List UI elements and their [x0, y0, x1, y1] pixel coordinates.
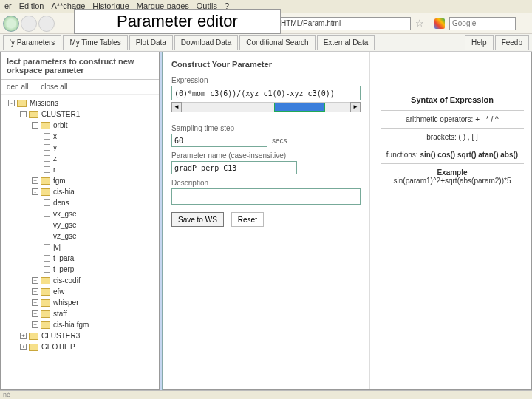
folder-icon	[41, 277, 50, 284]
tree-node-label: |v|	[53, 242, 61, 253]
tree-node[interactable]: t_perp	[5, 264, 154, 275]
menu-item[interactable]: er	[4, 1, 12, 11]
tree-node[interactable]: |v|	[5, 242, 154, 253]
folder-icon	[41, 321, 50, 329]
folder-open-icon	[17, 100, 27, 107]
leaf-icon	[44, 166, 50, 173]
syntax-brackets: brackets: ( ) , [ ]	[381, 128, 524, 146]
search-input[interactable]	[449, 17, 516, 30]
tree-node[interactable]: +cis-hia fgm	[5, 319, 154, 330]
tab-external-data[interactable]: External Data	[317, 35, 375, 50]
tree-node[interactable]: +fgm	[5, 175, 154, 186]
tab-conditional-search[interactable]: Conditional Search	[239, 35, 316, 50]
syntax-heading: Syntax of Expression	[381, 95, 524, 104]
tab-download-data[interactable]: Download Data	[174, 35, 238, 50]
tree-node-label: vy_gse	[53, 219, 77, 231]
reset-button[interactable]: Reset	[231, 212, 264, 227]
tree-node[interactable]: +cis-codif	[5, 275, 154, 286]
app-toolbar: 'y Parameters My Time Tables Plot Data D…	[0, 34, 532, 52]
tree-node[interactable]: z	[5, 153, 154, 164]
tree-node[interactable]: +whisper	[5, 297, 154, 308]
tree-node-label: cis-codif	[53, 275, 81, 286]
tree-node-label: cis-hia fgm	[53, 319, 89, 330]
expand-toggle-icon[interactable]: +	[20, 344, 27, 350]
expand-toggle-icon[interactable]: +	[32, 299, 38, 306]
scroll-track[interactable]	[182, 102, 350, 112]
expression-input[interactable]	[171, 86, 361, 100]
leaf-icon	[44, 222, 50, 228]
tree-node-label: dens	[53, 197, 69, 208]
feedback-button[interactable]: Feedb	[495, 35, 529, 50]
tree-node[interactable]: -CLUSTER1	[5, 109, 154, 120]
forward-button[interactable]	[21, 16, 37, 32]
folder-icon	[41, 299, 50, 307]
save-button[interactable]: Save to WS	[171, 212, 224, 227]
tree-node-label: t_perp	[53, 264, 74, 275]
tree-node[interactable]: -orbit	[5, 120, 154, 131]
tree-node[interactable]: +CLUSTER3	[5, 330, 154, 341]
tree-node[interactable]: vx_gse	[5, 208, 154, 219]
timestep-input[interactable]	[171, 134, 267, 147]
expand-toggle-icon[interactable]: +	[32, 277, 38, 284]
reload-button[interactable]	[38, 16, 55, 32]
tab-my-time-tables[interactable]: My Time Tables	[63, 35, 127, 50]
tree-node-label: whisper	[53, 297, 78, 308]
sidebar-heading: lect parameters to construct new orkspac…	[1, 52, 159, 80]
description-input[interactable]	[171, 188, 361, 205]
tree-node[interactable]: -cis-hia	[5, 186, 154, 197]
expand-toggle-icon[interactable]: +	[32, 321, 38, 328]
expand-toggle-icon[interactable]: -	[32, 188, 38, 195]
leaf-icon	[44, 266, 50, 273]
expand-toggle-icon[interactable]: -	[20, 111, 27, 117]
tree-node-label: fgm	[53, 175, 66, 186]
folder-open-icon	[29, 332, 38, 340]
tree-node[interactable]: +efw	[5, 286, 154, 297]
paramname-label: Parameter name (case-insensitive)	[171, 151, 361, 160]
open-all-link[interactable]: den all	[7, 83, 28, 91]
tree-node[interactable]: vz_gse	[5, 231, 154, 242]
tree-node-label: t_para	[53, 253, 74, 264]
leaf-icon	[44, 233, 50, 239]
expression-scrollbar[interactable]: ◄ ►	[171, 102, 361, 112]
expand-toggle-icon[interactable]: +	[32, 288, 38, 295]
expand-toggle-icon[interactable]: -	[8, 100, 15, 106]
tree-node[interactable]: dens	[5, 197, 154, 208]
scroll-right-icon[interactable]: ►	[350, 102, 361, 112]
syntax-help-panel: Syntax of Expression arithmetic operator…	[369, 52, 531, 389]
expand-toggle-icon[interactable]: +	[20, 332, 27, 339]
scroll-thumb[interactable]	[274, 103, 324, 112]
expand-toggle-icon[interactable]: +	[32, 177, 38, 184]
tree-node[interactable]: +staff	[5, 308, 154, 319]
bookmark-star-icon[interactable]: ☆	[415, 18, 427, 30]
parameter-tree-panel: lect parameters to construct new orkspac…	[0, 52, 160, 390]
form-title: Construct Your Parameter	[171, 60, 361, 69]
parameter-tree[interactable]: -Missions-CLUSTER1-orbitxyzr+fgm-cis-hia…	[1, 95, 159, 389]
expression-label: Expression	[171, 76, 361, 84]
expand-toggle-icon[interactable]: -	[32, 122, 38, 129]
expand-toggle-icon[interactable]: +	[32, 310, 38, 317]
tree-node[interactable]: -Missions	[5, 98, 154, 109]
tree-node-label: staff	[53, 308, 67, 319]
back-button[interactable]	[3, 16, 19, 32]
tree-node-label: vx_gse	[53, 208, 77, 219]
tab-plot-data[interactable]: Plot Data	[129, 35, 173, 50]
folder-icon	[41, 122, 50, 129]
tree-node[interactable]: y	[5, 142, 154, 153]
menu-item[interactable]: Edition	[19, 1, 44, 11]
scroll-left-icon[interactable]: ◄	[171, 102, 182, 112]
timestep-label: Sampling time step	[171, 124, 361, 132]
tree-node[interactable]: vy_gse	[5, 219, 154, 231]
paramname-input[interactable]	[171, 161, 297, 174]
tree-node[interactable]: r	[5, 164, 154, 175]
tree-node[interactable]: t_para	[5, 253, 154, 264]
help-button[interactable]: Help	[465, 35, 494, 50]
tree-node[interactable]: x	[5, 131, 154, 142]
tab-my-parameters[interactable]: 'y Parameters	[3, 35, 61, 50]
tree-node-label: y	[53, 142, 57, 153]
tree-node-label: z	[53, 153, 57, 164]
status-bar: né	[0, 390, 532, 399]
tree-node-label: r	[53, 164, 55, 175]
tree-node[interactable]: +GEOTIL P	[5, 341, 154, 352]
url-input[interactable]	[278, 17, 411, 30]
close-all-link[interactable]: close all	[41, 83, 67, 91]
